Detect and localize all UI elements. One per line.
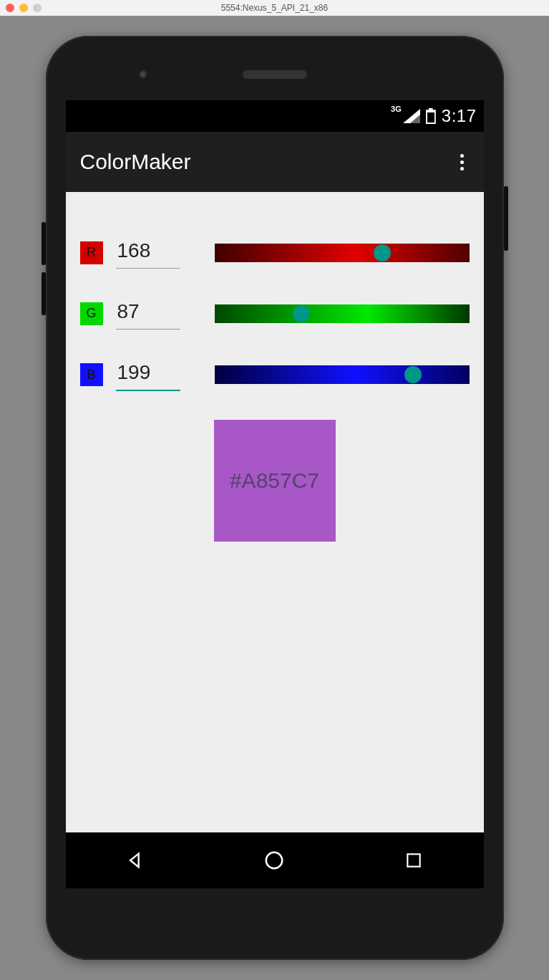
battery-charging-icon (426, 108, 436, 124)
device-screen: 3G 3:17 ColorMaker R (66, 100, 484, 888)
color-swatch: #A857C7 (214, 420, 336, 542)
network-type-label: 3G (391, 105, 402, 113)
channel-value-red[interactable] (116, 236, 180, 269)
channel-value-green[interactable] (116, 297, 180, 330)
mac-window-titlebar: 5554:Nexus_5_API_21_x86 (0, 0, 549, 16)
app-bar: ColorMaker (66, 132, 484, 192)
color-swatch-container: #A857C7 (80, 420, 470, 542)
overflow-menu-icon[interactable] (455, 148, 470, 176)
nav-home-icon[interactable] (263, 850, 285, 871)
android-status-bar[interactable]: 3G 3:17 (66, 100, 484, 132)
mac-window-title: 5554:Nexus_5_API_21_x86 (0, 3, 549, 13)
slider-track (215, 304, 470, 323)
nav-back-icon[interactable] (125, 850, 146, 871)
device-frame: 3G 3:17 ColorMaker R (46, 36, 504, 960)
svg-point-0 (266, 852, 283, 869)
device-camera (139, 70, 149, 80)
channel-chip-blue: B (80, 363, 103, 386)
clock-label: 3:17 (442, 106, 477, 126)
channel-row-red: R (80, 236, 470, 269)
channel-row-blue: B (80, 358, 470, 391)
channel-slider-green[interactable] (215, 304, 470, 323)
channel-slider-blue[interactable] (215, 365, 470, 384)
slider-thumb[interactable] (404, 366, 422, 383)
channel-slider-red[interactable] (215, 244, 470, 262)
device-power-button[interactable] (504, 186, 508, 251)
slider-track (215, 244, 470, 262)
channel-chip-green: G (80, 302, 103, 325)
channel-chip-red: R (80, 241, 103, 264)
emulator-area: 3G 3:17 ColorMaker R (0, 16, 549, 980)
slider-thumb[interactable] (293, 305, 310, 322)
channel-value-blue[interactable] (116, 358, 180, 391)
slider-thumb[interactable] (374, 244, 391, 261)
channel-row-green: G (80, 297, 470, 330)
nav-recent-icon[interactable] (403, 850, 424, 871)
app-title: ColorMaker (80, 150, 191, 174)
svg-rect-1 (407, 854, 419, 866)
device-volume-down-button[interactable] (42, 272, 46, 315)
signal-icon (403, 109, 420, 123)
android-nav-bar (66, 832, 484, 888)
slider-track (215, 365, 470, 384)
app-content: R G B (66, 192, 484, 832)
device-volume-up-button[interactable] (42, 222, 46, 265)
